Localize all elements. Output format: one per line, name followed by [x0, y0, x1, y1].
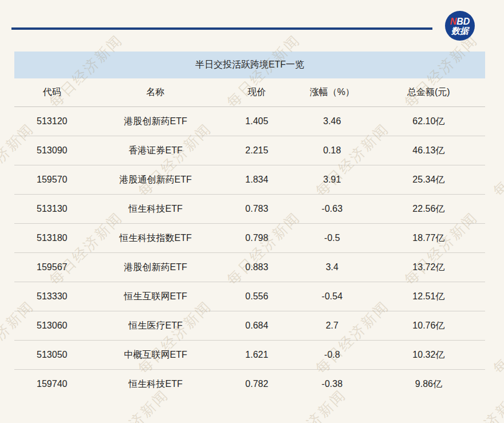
nbd-logo-letter-n: N: [450, 17, 457, 26]
nbd-data-logo: NBD 数据: [445, 11, 475, 41]
table-row: 513090 香港证券ETF 2.215 0.18 46.13亿: [14, 136, 485, 165]
table-title: 半日交投活跃跨境ETF一览: [195, 59, 304, 71]
cell-price: 1.621: [222, 341, 292, 370]
cell-price: 0.556: [222, 282, 292, 311]
cell-price: 0.783: [222, 195, 292, 224]
cell-amount: 10.76亿: [372, 311, 485, 341]
cell-amount: 18.77亿: [372, 224, 485, 253]
watermark-text: 每日经济新闻: [489, 119, 504, 200]
table-row: 159570 港股通创新药ETF 1.834 3.91 25.34亿: [14, 165, 485, 195]
etf-table: 代码 名称 现价 涨幅（%） 总金额(元) 513120 港股创新药ETF 1.…: [14, 78, 485, 398]
table-row: 513180 恒生科技指数ETF 0.798 -0.5 18.77亿: [14, 224, 485, 253]
cell-change: -0.8: [292, 341, 372, 370]
header-row: 代码 名称 现价 涨幅（%） 总金额(元): [14, 78, 485, 107]
cell-change: -0.63: [292, 195, 372, 224]
etf-table-header: 代码 名称 现价 涨幅（%） 总金额(元): [14, 78, 485, 107]
table-row: 513130 恒生科技ETF 0.783 -0.63 22.56亿: [14, 195, 485, 224]
cell-name: 恒生科技ETF: [90, 370, 222, 399]
table-row: 159567 港股创新药ETF 0.883 3.4 13.72亿: [14, 253, 485, 282]
nbd-logo-subtitle: 数据: [451, 26, 468, 35]
etf-table-body: 513120 港股创新药ETF 1.405 3.46 62.10亿 513090…: [14, 107, 485, 399]
cell-code: 513060: [14, 311, 90, 341]
column-header-name: 名称: [90, 78, 222, 107]
cell-price: 1.834: [222, 165, 292, 195]
cell-name: 恒生科技ETF: [90, 195, 222, 224]
cell-code: 513090: [14, 136, 90, 165]
cell-amount: 25.34亿: [372, 165, 485, 195]
column-header-price: 现价: [222, 78, 292, 107]
cell-amount: 10.32亿: [372, 341, 485, 370]
cell-change: 3.91: [292, 165, 372, 195]
cell-code: 513330: [14, 282, 90, 311]
cell-change: 2.7: [292, 311, 372, 341]
cell-amount: 9.86亿: [372, 370, 485, 399]
watermark-text: 每日经济新闻: [489, 297, 504, 378]
cell-code: 513180: [14, 224, 90, 253]
cell-price: 0.782: [222, 370, 292, 399]
cell-amount: 46.13亿: [372, 136, 485, 165]
cell-change: -0.38: [292, 370, 372, 399]
cell-price: 0.684: [222, 311, 292, 341]
cell-name: 中概互联网ETF: [90, 341, 222, 370]
table-row: 513120 港股创新药ETF 1.405 3.46 62.10亿: [14, 107, 485, 136]
cell-price: 0.883: [222, 253, 292, 282]
cell-amount: 22.56亿: [372, 195, 485, 224]
nbd-logo-letters-bd: BD: [456, 17, 470, 26]
cell-name: 香港证券ETF: [90, 136, 222, 165]
cell-code: 159567: [14, 253, 90, 282]
cell-name: 恒生互联网ETF: [90, 282, 222, 311]
cell-amount: 62.10亿: [372, 107, 485, 136]
cell-price: 2.215: [222, 136, 292, 165]
cell-change: 3.46: [292, 107, 372, 136]
table-title-bar: 半日交投活跃跨境ETF一览: [14, 52, 485, 78]
cell-code: 159570: [14, 165, 90, 195]
infographic-page: NBD 数据 半日交投活跃跨境ETF一览 代码 名称 现价 涨幅（%） 总金额(…: [0, 0, 504, 423]
table-row: 159740 恒生科技ETF 0.782 -0.38 9.86亿: [14, 370, 485, 399]
table-row: 513050 中概互联网ETF 1.621 -0.8 10.32亿: [14, 341, 485, 370]
nbd-logo-wordmark: NBD: [450, 17, 470, 26]
cell-name: 恒生科技指数ETF: [90, 224, 222, 253]
cell-code: 513050: [14, 341, 90, 370]
cell-change: 0.18: [292, 136, 372, 165]
cell-amount: 13.72亿: [372, 253, 485, 282]
top-rule-divider: [11, 27, 432, 30]
cell-change: 3.4: [292, 253, 372, 282]
column-header-code: 代码: [14, 78, 90, 107]
column-header-change: 涨幅（%）: [292, 78, 372, 107]
cell-code: 513120: [14, 107, 90, 136]
table-row: 513060 恒生医疗ETF 0.684 2.7 10.76亿: [14, 311, 485, 341]
cell-price: 0.798: [222, 224, 292, 253]
cell-code: 159740: [14, 370, 90, 399]
cell-name: 港股通创新药ETF: [90, 165, 222, 195]
cell-code: 513130: [14, 195, 90, 224]
cell-name: 港股创新药ETF: [90, 107, 222, 136]
cell-change: -0.5: [292, 224, 372, 253]
cell-name: 港股创新药ETF: [90, 253, 222, 282]
cell-price: 1.405: [222, 107, 292, 136]
table-row: 513330 恒生互联网ETF 0.556 -0.54 12.51亿: [14, 282, 485, 311]
column-header-amount: 总金额(元): [372, 78, 485, 107]
cell-amount: 12.51亿: [372, 282, 485, 311]
cell-name: 恒生医疗ETF: [90, 311, 222, 341]
cell-change: -0.54: [292, 282, 372, 311]
